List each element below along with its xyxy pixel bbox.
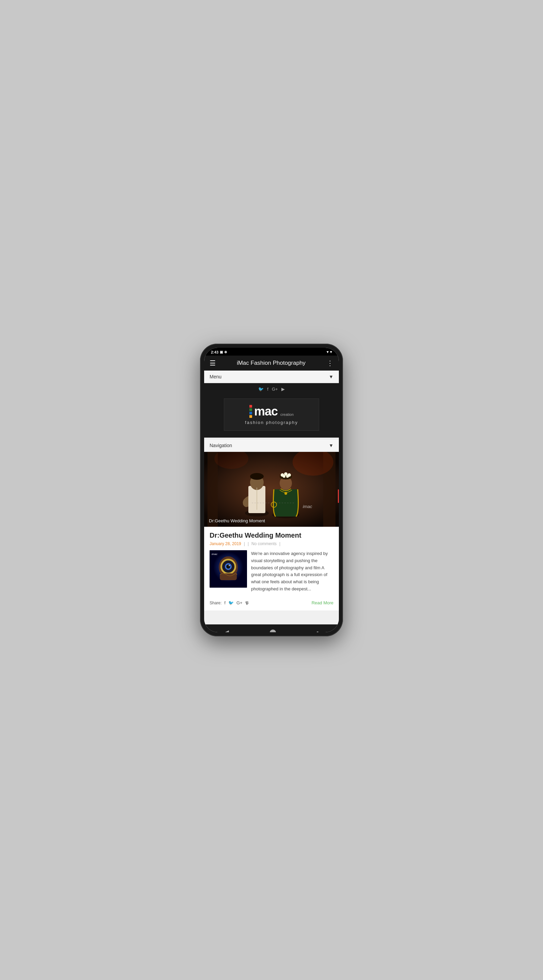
article-comments: No comments [251, 541, 276, 546]
social-icons-row: 🐦 f G+ ▶ [258, 387, 284, 392]
share-row: Share: f 🐦 G+ 𝕻 [210, 600, 248, 606]
phone-screen: 2:43 ▣ ⊕ ▾ ▾ ☰ iMac Fashion Photography … [204, 348, 339, 632]
phone-frame: 2:43 ▣ ⊕ ▾ ▾ ☰ iMac Fashion Photography … [200, 344, 343, 636]
svg-point-30 [229, 565, 230, 566]
home-button[interactable]: ⬤ [270, 628, 276, 632]
hamburger-menu-icon[interactable]: ☰ [210, 359, 216, 367]
article-text: We're an innovative agency inspired by v… [251, 550, 333, 593]
logo-text: mac creation [232, 404, 311, 418]
status-right: ▾ ▾ [327, 350, 332, 354]
svg-point-18 [286, 475, 289, 478]
article-section: Dr:Geethu Wedding Moment January 28, 201… [204, 527, 339, 611]
twitter-share-icon[interactable]: 🐦 [228, 600, 234, 605]
wifi-icon: ▾ [327, 350, 329, 354]
logo-dot-red [249, 405, 252, 408]
logo-dot-blue [249, 412, 252, 414]
menu-arrow-icon: ▼ [329, 374, 333, 379]
menu-label: Menu [210, 374, 221, 379]
google-plus-icon[interactable]: G+ [272, 387, 278, 392]
article-thumbnail: imac [210, 550, 247, 588]
menu-dropdown[interactable]: Menu ▼ [204, 371, 339, 383]
main-content: Menu ▼ 🐦 f G+ ▶ [204, 371, 339, 624]
recents-button[interactable]: ▪ [316, 629, 318, 633]
meta-sep-1: | [244, 541, 245, 546]
article-footer: Share: f 🐦 G+ 𝕻 Read More [210, 598, 333, 606]
logo-dot-yellow [249, 415, 252, 418]
article-title: Dr:Geethu Wedding Moment [210, 531, 333, 539]
back-button[interactable]: ◀ [224, 628, 229, 632]
svg-point-19 [284, 492, 287, 495]
data-icon: ⊕ [224, 350, 227, 354]
share-label: Share: [210, 601, 221, 605]
svg-point-9 [250, 473, 264, 480]
photo-caption: Dr:Geethu Wedding Moment [209, 518, 265, 523]
meta-sep-2: | [248, 541, 249, 546]
article-body: imac We're an innovative agency inspired… [210, 550, 333, 593]
youtube-icon[interactable]: ▶ [281, 387, 285, 392]
signal-icon: ▾ [330, 350, 332, 354]
logo-creation-text: creation [280, 412, 294, 417]
article-date: January 28, 2019 [210, 541, 241, 546]
article-meta: January 28, 2019 | | No comments | [210, 541, 333, 546]
scroll-indicator [338, 489, 339, 503]
facebook-share-icon[interactable]: f [224, 600, 225, 605]
google-plus-share-icon[interactable]: G+ [237, 600, 243, 605]
navigation-dropdown[interactable]: Navigation ▼ [204, 439, 339, 452]
sim-icon: ▣ [220, 350, 223, 354]
read-more-button[interactable]: Read More [312, 600, 333, 605]
overflow-menu-icon[interactable]: ⋮ [327, 359, 333, 367]
logo-mac-text: mac [254, 404, 278, 418]
meta-sep-3: | [279, 541, 280, 546]
svg-text:imac: imac [212, 553, 218, 556]
logo-i-dots [249, 405, 252, 418]
app-title: iMac Fashion Photography [237, 360, 305, 366]
navigation-label: Navigation [210, 443, 232, 448]
social-banner: 🐦 f G+ ▶ [204, 383, 339, 395]
logo-fashion-text: fashion photography [232, 420, 311, 425]
time: 2:43 [211, 350, 218, 354]
navigation-arrow-icon: ▼ [329, 443, 333, 448]
wedding-photo: imac Dr:Geethu Wedding Moment [204, 452, 339, 527]
facebook-icon[interactable]: f [267, 387, 268, 392]
pinterest-share-icon[interactable]: 𝕻 [245, 600, 248, 606]
app-bar: ☰ iMac Fashion Photography ⋮ [204, 356, 339, 371]
svg-text:imac: imac [303, 504, 312, 509]
logo-container: mac creation fashion photography [204, 395, 339, 438]
status-bar: 2:43 ▣ ⊕ ▾ ▾ [204, 348, 339, 356]
logo-dot-green [249, 408, 252, 411]
twitter-icon[interactable]: 🐦 [258, 387, 264, 392]
bottom-nav: ◀ ⬤ ▪ [204, 624, 339, 632]
logo-box: mac creation fashion photography [224, 398, 319, 431]
status-left: 2:43 ▣ ⊕ [211, 350, 227, 354]
svg-point-17 [283, 475, 286, 478]
